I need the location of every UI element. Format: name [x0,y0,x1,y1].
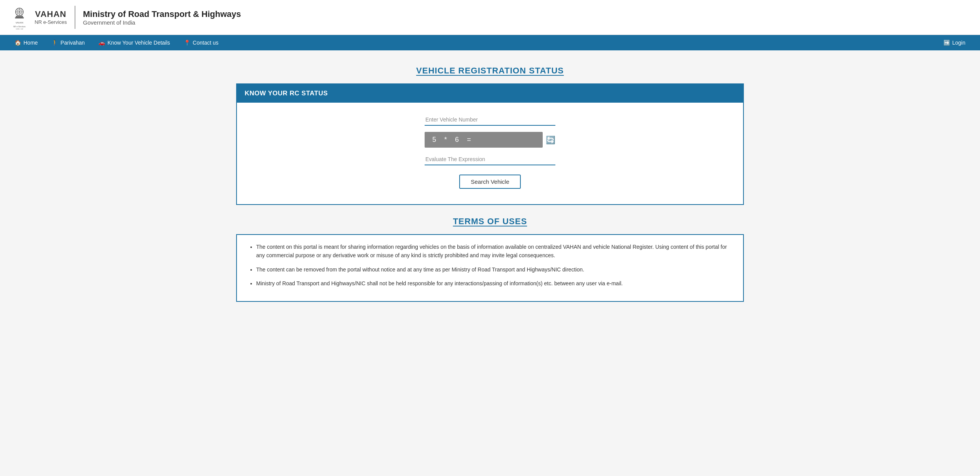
vahan-branding: VAHAN NR e-Services [35,9,67,25]
refresh-captcha-button[interactable]: 🔄 [546,135,555,145]
vehicle-number-group [425,114,555,126]
svg-text:सत्यमेव जयते: सत्यमेव जयते [15,28,23,30]
rc-box-title: KNOW YOUR RC STATUS [245,90,328,97]
terms-list: The content on this portal is meant for … [248,243,732,288]
site-header: VAHAN NR e-Services सत्यमेव जयते VAHAN N… [0,0,980,35]
evaluate-expression-group [425,154,555,165]
svg-text:NR e-Services: NR e-Services [13,25,26,28]
main-content: VEHICLE REGISTRATION STATUS KNOW YOUR RC… [221,50,759,310]
vehicle-number-input[interactable] [425,114,555,126]
terms-box: The content on this portal is meant for … [236,234,744,302]
svg-text:VAHAN: VAHAN [15,22,23,24]
evaluate-expression-input[interactable] [425,154,555,165]
ministry-branding: Ministry of Road Transport & Highways Go… [83,9,241,26]
header-divider [75,6,75,29]
nav-items-list: 🏠 Home 🚶 Parivahan 🚗 Know Your Vehicle D… [8,35,937,50]
search-vehicle-button[interactable]: Search Vehicle [459,175,521,189]
vahan-title: VAHAN [35,9,67,19]
terms-item-3: Ministry of Road Transport and Highways/… [256,279,732,288]
logo-area: VAHAN NR e-Services सत्यमेव जयते VAHAN N… [8,4,67,31]
login-label: Login [952,40,965,46]
nav-vehicle-label: Know Your Vehicle Details [107,40,170,46]
rc-box-body: 5 * 6 = 🔄 Search Vehicle [237,103,743,204]
nav-parivahan[interactable]: 🚶 Parivahan [45,35,92,50]
home-icon: 🏠 [15,40,21,46]
captcha-expression: 5 * 6 = [425,132,543,148]
ministry-subtitle: Government of India [83,19,241,26]
nav-home[interactable]: 🏠 Home [8,35,45,50]
svg-rect-7 [15,17,24,18]
nav-parivahan-label: Parivahan [60,40,85,46]
rc-status-box: KNOW YOUR RC STATUS 5 * 6 = 🔄 [236,83,744,205]
nav-vehicle-details[interactable]: 🚗 Know Your Vehicle Details [92,35,177,50]
refresh-icon: 🔄 [546,135,555,145]
vehicle-icon: 🚗 [98,40,105,46]
nav-contact-label: Contact us [193,40,218,46]
vehicle-registration-title: VEHICLE REGISTRATION STATUS [236,66,744,76]
main-navbar: 🏠 Home 🚶 Parivahan 🚗 Know Your Vehicle D… [0,35,980,50]
terms-title: TERMS OF USES [236,216,744,226]
nav-home-label: Home [23,40,38,46]
nav-login[interactable]: ➡️ Login [937,35,972,50]
terms-item-2: The content can be removed from the port… [256,265,732,274]
parivahan-icon: 🚶 [52,40,58,46]
rc-box-header: KNOW YOUR RC STATUS [237,84,743,103]
search-vehicle-label: Search Vehicle [471,178,509,185]
terms-item-1: The content on this portal is meant for … [256,243,732,260]
nav-contact[interactable]: 📍 Contact us [177,35,225,50]
captcha-row: 5 * 6 = 🔄 [425,132,555,148]
terms-section: TERMS OF USES The content on this portal… [236,216,744,302]
login-icon: ➡️ [943,40,950,46]
ministry-title: Ministry of Road Transport & Highways [83,9,241,19]
contact-icon: 📍 [184,40,190,46]
emblem-icon: VAHAN NR e-Services सत्यमेव जयते [8,4,31,31]
vahan-sub: NR e-Services [35,19,67,25]
